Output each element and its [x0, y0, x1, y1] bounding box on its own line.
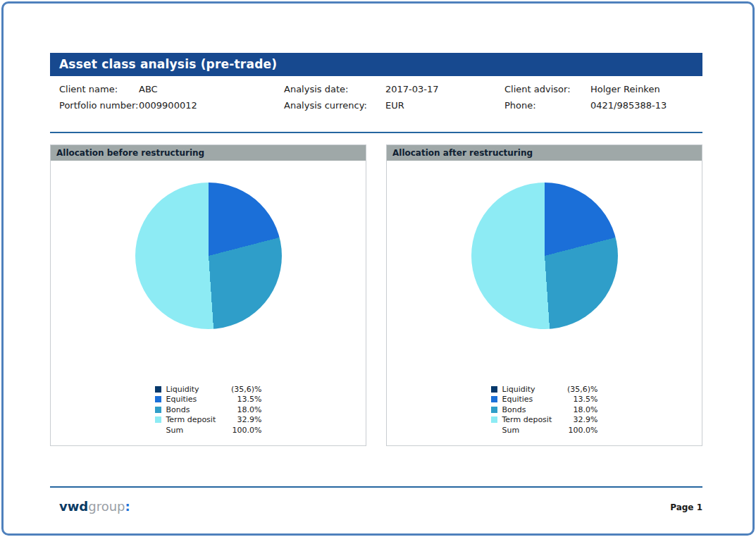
legend-row-term-deposit: Term deposit 32.9% — [155, 415, 262, 426]
info-label: Client advisor: — [504, 84, 590, 94]
legend-label: Sum — [166, 426, 224, 435]
legend-value: 100.0% — [560, 426, 598, 435]
panel-title-after: Allocation after restructuring — [387, 145, 702, 161]
legend-swatch-bonds — [155, 407, 161, 413]
logo-colon: : — [125, 499, 130, 514]
logo-group: group — [88, 499, 125, 514]
panel-title-before: Allocation before restructuring — [51, 145, 366, 161]
footer-separator-line — [50, 486, 702, 488]
pie-chart-after — [471, 183, 618, 329]
info-label: Analysis date: — [284, 84, 385, 94]
legend-swatch-liquidity — [155, 386, 161, 393]
info-value: ABC — [139, 84, 158, 94]
info-portfolio-number: Portfolio number:0009900012 — [59, 100, 197, 111]
legend-row-liquidity: Liquidity (35,6)% — [491, 384, 598, 395]
legend-label: Bonds — [166, 405, 224, 414]
legend-swatch-term-deposit — [155, 416, 161, 423]
legend-label: Term deposit — [502, 415, 560, 424]
legend-row-bonds: Bonds 18.0% — [155, 405, 262, 415]
info-label: Phone: — [504, 100, 590, 111]
header-separator-line — [50, 132, 702, 133]
client-info-section: Client name:ABC Analysis date:2017-03-17… — [50, 80, 702, 121]
info-value: 0421/985388-13 — [590, 100, 667, 111]
pie-chart-before — [135, 183, 282, 329]
info-analysis-date: Analysis date:2017-03-17 — [284, 84, 439, 94]
legend-row-term-deposit: Term deposit 32.9% — [491, 415, 598, 426]
legend-value: 13.5% — [560, 395, 598, 404]
legend-swatch-bonds — [491, 407, 497, 413]
info-analysis-currency: Analysis currency:EUR — [284, 100, 404, 111]
report-page-frame: Asset class analysis (pre-trade) Client … — [1, 1, 755, 536]
legend-row-equities: Equities 13.5% — [491, 395, 598, 405]
legend-swatch-equities — [491, 396, 497, 402]
legend-row-equities: Equities 13.5% — [155, 395, 262, 405]
legend-row-sum: Sum 100.0% — [491, 425, 598, 436]
legend-value: 32.9% — [224, 415, 262, 424]
page-number: Page 1 — [670, 502, 702, 512]
legend-label: Term deposit — [166, 415, 224, 424]
info-phone: Phone:0421/985388-13 — [504, 100, 667, 111]
allocation-panels: Allocation before restructuring Liquidit… — [50, 144, 702, 446]
info-label: Client name: — [59, 84, 139, 94]
info-value: Holger Reinken — [590, 84, 660, 94]
legend-label: Bonds — [502, 405, 560, 414]
legend-label: Sum — [502, 426, 560, 435]
legend-value: 100.0% — [224, 426, 262, 435]
legend-value: (35,6)% — [560, 385, 598, 394]
allocation-panel-before: Allocation before restructuring Liquidit… — [50, 144, 366, 446]
legend-label: Equities — [166, 395, 224, 404]
info-label: Analysis currency: — [284, 100, 385, 111]
legend-swatch-equities — [155, 396, 161, 402]
report-title-bar: Asset class analysis (pre-trade) — [50, 53, 702, 76]
legend-label: Equities — [502, 395, 560, 404]
legend-swatch-liquidity — [491, 386, 497, 393]
page-title: Asset class analysis (pre-trade) — [59, 57, 277, 71]
info-label: Portfolio number: — [59, 100, 139, 111]
legend-value: 18.0% — [224, 405, 262, 414]
legend-value: 13.5% — [224, 395, 262, 404]
info-value: EUR — [385, 100, 404, 111]
legend-row-sum: Sum 100.0% — [155, 425, 262, 436]
legend-value: 32.9% — [560, 415, 598, 424]
legend-after: Liquidity (35,6)% Equities 13.5% Bonds 1… — [491, 384, 598, 436]
legend-swatch-term-deposit — [491, 416, 497, 423]
legend-row-liquidity: Liquidity (35,6)% — [155, 384, 262, 395]
info-value: 2017-03-17 — [385, 84, 439, 94]
vwd-group-logo: vwdgroup: — [59, 499, 130, 514]
logo-vwd: vwd — [59, 499, 88, 514]
footer: vwdgroup: Page 1 — [50, 497, 702, 518]
info-client-name: Client name:ABC — [59, 84, 158, 94]
panel-body-before: Liquidity (35,6)% Equities 13.5% Bonds 1… — [51, 183, 366, 468]
allocation-panel-after: Allocation after restructuring Liquidity… — [386, 144, 702, 446]
legend-value: (35,6)% — [224, 385, 262, 394]
panel-body-after: Liquidity (35,6)% Equities 13.5% Bonds 1… — [387, 183, 702, 468]
legend-label: Liquidity — [166, 385, 224, 394]
legend-label: Liquidity — [502, 385, 560, 394]
legend-before: Liquidity (35,6)% Equities 13.5% Bonds 1… — [155, 384, 262, 436]
info-client-advisor: Client advisor:Holger Reinken — [504, 84, 660, 94]
legend-value: 18.0% — [560, 405, 598, 414]
legend-row-bonds: Bonds 18.0% — [491, 405, 598, 415]
info-value: 0009900012 — [139, 100, 197, 111]
